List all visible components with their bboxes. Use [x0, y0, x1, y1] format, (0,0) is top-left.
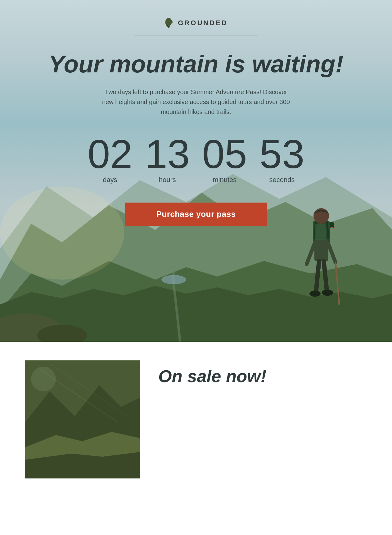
days-value: 02: [88, 134, 133, 174]
logo-row: GROUNDED: [164, 17, 228, 29]
header-area: GROUNDED Your mountain is waiting! Two d…: [0, 0, 392, 226]
svg-line-17: [316, 261, 319, 292]
svg-line-16: [336, 263, 339, 304]
svg-point-6: [161, 275, 186, 284]
countdown-timer: 02 days 13 hours 05 minutes 53 seconds: [0, 134, 392, 184]
minutes-value: 05: [202, 134, 247, 174]
svg-rect-22: [331, 227, 333, 228]
bottom-mountain-image: [25, 360, 140, 478]
brand-name: GROUNDED: [178, 19, 228, 27]
svg-rect-21: [315, 224, 326, 240]
header-divider: [134, 35, 258, 35]
hours-label: hours: [145, 176, 190, 184]
hero-headline: Your mountain is waiting!: [0, 51, 392, 78]
logo-icon: [164, 17, 174, 29]
svg-point-19: [309, 290, 321, 297]
bottom-image: [25, 360, 140, 478]
on-sale-title: On sale now!: [158, 367, 367, 386]
hours-value: 13: [145, 134, 190, 174]
countdown-seconds: 53 seconds: [259, 134, 304, 184]
countdown-minutes: 05 minutes: [202, 134, 247, 184]
svg-line-18: [324, 261, 327, 290]
seconds-value: 53: [259, 134, 304, 174]
countdown-hours: 13 hours: [145, 134, 190, 184]
seconds-label: seconds: [259, 176, 304, 184]
bottom-text-area: On sale now!: [158, 360, 367, 386]
purchase-pass-button[interactable]: Purchase your pass: [125, 203, 267, 226]
days-label: days: [88, 176, 133, 184]
bottom-section: On sale now!: [0, 342, 392, 535]
svg-point-20: [322, 290, 333, 296]
svg-line-15: [328, 244, 336, 263]
svg-line-14: [307, 244, 314, 264]
hero-subtext: Two days left to purchase your Summer Ad…: [100, 87, 292, 117]
svg-point-30: [31, 367, 56, 391]
svg-rect-12: [314, 239, 328, 261]
countdown-days: 02 days: [88, 134, 133, 184]
hero-section: GROUNDED Your mountain is waiting! Two d…: [0, 0, 392, 342]
minutes-label: minutes: [202, 176, 247, 184]
